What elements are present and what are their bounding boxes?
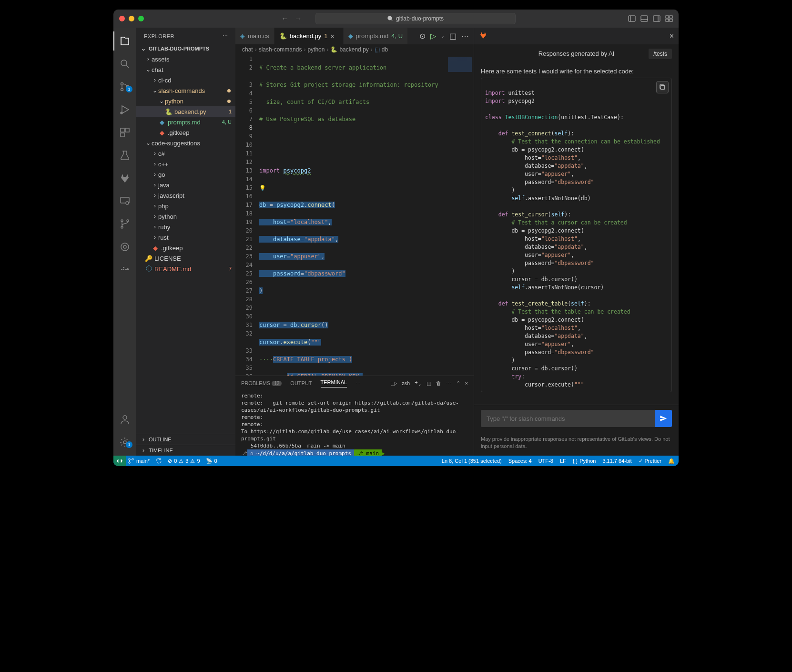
split-icon[interactable]: ◫: [449, 31, 457, 41]
sb-branch[interactable]: main*: [128, 458, 150, 464]
folder-go[interactable]: ›go: [136, 169, 235, 180]
window-minimize-icon[interactable]: [129, 16, 134, 21]
sb-position[interactable]: Ln 8, Col 1 (351 selected): [442, 458, 502, 464]
file-gitkeep[interactable]: ◆.gitkeep: [136, 127, 235, 138]
tab-backend-py[interactable]: 🐍backend.py1×: [274, 28, 344, 44]
folder-chat[interactable]: ⌄chat: [136, 64, 235, 75]
activity-explorer[interactable]: [113, 31, 136, 51]
command-center[interactable]: gitlab-duo-prompts: [315, 13, 516, 24]
gitlab-duo-icon[interactable]: [479, 31, 487, 41]
panel-bottom-icon[interactable]: [640, 15, 648, 22]
folder-ruby[interactable]: ›ruby: [136, 222, 235, 232]
explorer-more-icon[interactable]: ⋯: [223, 33, 228, 39]
compare-icon[interactable]: ⊙: [419, 31, 426, 41]
ai-input[interactable]: [481, 410, 655, 427]
panel-more-icon[interactable]: ⋯: [355, 380, 361, 387]
folder-python[interactable]: ⌄python: [136, 96, 235, 106]
file-readme[interactable]: ⓘREADME.md7: [136, 264, 235, 274]
panel-tab-terminal[interactable]: TERMINAL: [321, 379, 347, 387]
project-root[interactable]: ⌄GITLAB-DUO-PROMPTS: [136, 44, 235, 53]
panel-tab-output[interactable]: OUTPUT: [290, 380, 312, 386]
terminal-output[interactable]: remote: remote: git remote set-url origi…: [235, 390, 474, 456]
activity-gitlab[interactable]: [113, 169, 136, 188]
activity-settings[interactable]: 1: [113, 433, 136, 452]
svg-point-21: [126, 202, 129, 204]
sb-bell-icon[interactable]: 🔔: [668, 458, 675, 464]
activity-docker[interactable]: [113, 260, 136, 279]
tab-prompts-md[interactable]: ◆prompts.md4, U: [344, 28, 408, 44]
code-content[interactable]: # Create a backend server application # …: [259, 55, 445, 376]
activity-extensions[interactable]: [113, 123, 136, 142]
ai-code-block: import unittest import psycopg2 class Te…: [481, 78, 672, 392]
ai-send-button[interactable]: [655, 410, 672, 427]
window-close-icon[interactable]: [119, 16, 125, 21]
scm-badge: 1: [126, 86, 132, 92]
svg-point-25: [121, 243, 129, 251]
folder-javascript[interactable]: ›javascript: [136, 190, 235, 201]
activity-scm[interactable]: 1: [113, 77, 136, 96]
sb-prettier[interactable]: ✓ Prettier: [639, 458, 661, 464]
layout-icon[interactable]: [665, 15, 673, 22]
activity-testing[interactable]: [113, 146, 136, 165]
terminal-more-icon[interactable]: ⋯: [446, 380, 451, 387]
more-icon[interactable]: ⋯: [461, 31, 469, 41]
activity-account[interactable]: [113, 410, 136, 429]
folder-csharp[interactable]: ›c#: [136, 148, 235, 159]
sb-remote[interactable]: [113, 456, 126, 466]
folder-cpp[interactable]: ›c++: [136, 159, 235, 169]
sb-ports[interactable]: 📡 0: [206, 458, 217, 464]
terminal-add-icon[interactable]: +⌄: [415, 379, 421, 387]
svg-rect-8: [666, 19, 669, 21]
svg-marker-15: [122, 106, 129, 113]
activity-debug[interactable]: [113, 100, 136, 119]
folder-slash-commands[interactable]: ⌄slash-commands: [136, 85, 235, 96]
close-icon[interactable]: ×: [331, 32, 338, 40]
file-prompts[interactable]: ◆prompts.md4, U: [136, 117, 235, 127]
svg-rect-17: [121, 128, 124, 132]
panel-tab-problems[interactable]: PROBLEMS 12: [241, 380, 282, 386]
window-maximize-icon[interactable]: [138, 16, 144, 21]
sb-python-version[interactable]: 3.11.7 64-bit: [602, 458, 631, 464]
tab-main-cs[interactable]: ◈main.cs: [235, 28, 274, 44]
sb-lang[interactable]: { } Python: [573, 458, 596, 464]
activity-search[interactable]: [113, 54, 136, 73]
activity-target[interactable]: [113, 237, 136, 256]
panel-right-icon[interactable]: [653, 15, 660, 22]
folder-python2[interactable]: ›python: [136, 211, 235, 222]
folder-php[interactable]: ›php: [136, 201, 235, 211]
terminal-trash-icon[interactable]: 🗑: [436, 380, 441, 386]
file-gitkeep2[interactable]: ◆.gitkeep: [136, 243, 235, 253]
file-backend[interactable]: 🐍backend.py1: [136, 106, 235, 117]
terminal-launch-icon[interactable]: ▢›: [390, 380, 397, 387]
timeline-section[interactable]: ›TIMELINE: [136, 445, 235, 456]
sb-encoding[interactable]: UTF-8: [538, 458, 553, 464]
sb-sync[interactable]: [155, 458, 162, 464]
folder-java[interactable]: ›java: [136, 180, 235, 190]
terminal-close-icon[interactable]: ×: [465, 380, 468, 386]
folder-assets[interactable]: ›assets: [136, 54, 235, 64]
nav-forward-icon[interactable]: →: [294, 14, 302, 23]
code-editor[interactable]: 1234567891011121314151617181920212223242…: [235, 55, 474, 376]
file-license[interactable]: 🔑LICENSE: [136, 253, 235, 264]
activity-remote[interactable]: [113, 192, 136, 211]
terminal-up-icon[interactable]: ⌃: [456, 380, 460, 387]
sb-eol[interactable]: LF: [560, 458, 566, 464]
breadcrumb[interactable]: chat› slash-commands› python› 🐍backend.p…: [235, 44, 474, 55]
outline-section[interactable]: ›OUTLINE: [136, 434, 235, 445]
panel-left-icon[interactable]: [628, 15, 636, 22]
folder-cicd[interactable]: ›ci-cd: [136, 75, 235, 85]
run-icon[interactable]: ▷: [430, 31, 436, 41]
folder-rust[interactable]: ›rust: [136, 232, 235, 243]
sb-problems[interactable]: ⊘ 0 ⚠ 3 ⚠ 9: [168, 458, 200, 464]
svg-rect-19: [121, 133, 124, 137]
copy-icon[interactable]: [656, 81, 669, 93]
nav-back-icon[interactable]: ←: [281, 14, 289, 23]
python-icon: 🐍: [165, 108, 173, 115]
folder-code-suggestions[interactable]: ⌄code-suggestions: [136, 138, 235, 148]
terminal-split-icon[interactable]: ◫: [426, 380, 431, 387]
activity-git-graph[interactable]: [113, 214, 136, 234]
ai-close-icon[interactable]: ×: [670, 32, 674, 41]
minimap[interactable]: [445, 55, 474, 376]
lightbulb-icon[interactable]: 💡: [259, 185, 266, 191]
sb-spaces[interactable]: Spaces: 4: [508, 458, 532, 464]
